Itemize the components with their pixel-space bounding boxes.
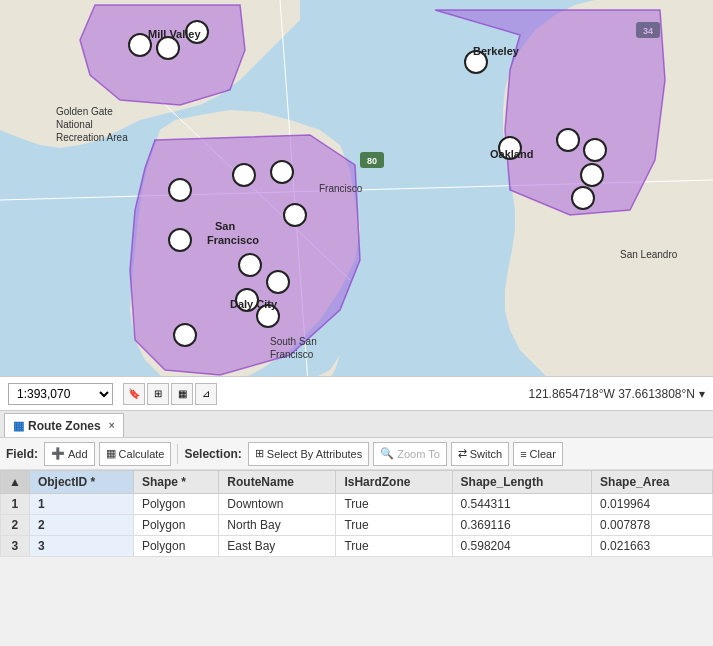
map-tools: 🔖 ⊞ ▦ ⊿ [123, 383, 217, 405]
table-header-row: ▲ ObjectID * Shape * RouteName IsHardZon… [1, 471, 713, 494]
table-body: 11PolygonDowntownTrue0.5443110.01996422P… [1, 494, 713, 557]
coordinates-dropdown-icon[interactable]: ▾ [699, 387, 705, 401]
map-view[interactable]: 80 34 Mill [0, 0, 713, 410]
row-number: 2 [1, 515, 30, 536]
svg-text:National: National [56, 119, 93, 130]
svg-point-15 [233, 164, 255, 186]
table-toolbar: Field: ➕ Add ▦ Calculate Selection: ⊞ Se… [0, 438, 713, 470]
svg-point-29 [572, 187, 594, 209]
svg-text:Golden Gate: Golden Gate [56, 106, 113, 117]
clear-button[interactable]: ≡ Clear [513, 442, 563, 466]
cell-shape: Polygon [133, 494, 218, 515]
data-table: ▲ ObjectID * Shape * RouteName IsHardZon… [0, 470, 713, 557]
clear-label: Clear [530, 448, 556, 460]
switch-label: Switch [470, 448, 502, 460]
cell-routename: North Bay [219, 515, 336, 536]
table-row[interactable]: 11PolygonDowntownTrue0.5443110.019964 [1, 494, 713, 515]
select-attr-icon: ⊞ [255, 447, 264, 460]
col-header-routename[interactable]: RouteName [219, 471, 336, 494]
svg-point-23 [174, 324, 196, 346]
add-icon: ➕ [51, 447, 65, 460]
table-row[interactable]: 33PolygonEast BayTrue0.5982040.021663 [1, 536, 713, 557]
svg-text:South San: South San [270, 336, 317, 347]
svg-point-26 [557, 129, 579, 151]
table-icon[interactable]: ▦ [171, 383, 193, 405]
calculate-button[interactable]: ▦ Calculate [99, 442, 172, 466]
coordinates-text: 121.8654718°W 37.6613808°N [529, 387, 695, 401]
spatial-bookmarks-icon[interactable]: ⊞ [147, 383, 169, 405]
svg-text:Berkeley: Berkeley [473, 45, 520, 57]
cell-shape: Polygon [133, 515, 218, 536]
svg-point-16 [271, 161, 293, 183]
cell-ishardzone: True [336, 515, 452, 536]
selection-label: Selection: [184, 447, 241, 461]
col-header-shape-length[interactable]: Shape_Length [452, 471, 592, 494]
field-label: Field: [6, 447, 38, 461]
svg-text:San: San [215, 220, 235, 232]
col-header-objectid[interactable]: ObjectID * [29, 471, 133, 494]
clear-icon: ≡ [520, 448, 526, 460]
select-by-attributes-button[interactable]: ⊞ Select By Attributes [248, 442, 369, 466]
svg-text:Francisco: Francisco [270, 349, 314, 360]
calculate-label: Calculate [119, 448, 165, 460]
tab-label: Route Zones [28, 419, 101, 433]
col-header-shape-area[interactable]: Shape_Area [592, 471, 713, 494]
route-zones-tab[interactable]: ▦ Route Zones × [4, 413, 124, 437]
svg-point-19 [239, 254, 261, 276]
add-button[interactable]: ➕ Add [44, 442, 95, 466]
cell-routename: East Bay [219, 536, 336, 557]
zoom-icon: 🔍 [380, 447, 394, 460]
sort-icon: ▲ [9, 475, 21, 489]
switch-icon: ⇄ [458, 447, 467, 460]
svg-point-12 [157, 37, 179, 59]
svg-text:80: 80 [367, 156, 377, 166]
coordinates-display: 121.8654718°W 37.6613808°N ▾ [529, 387, 705, 401]
cell-ishardzone: True [336, 536, 452, 557]
cell-shape_area: 0.021663 [592, 536, 713, 557]
table-tab-icon: ▦ [13, 419, 24, 433]
svg-point-20 [267, 271, 289, 293]
svg-text:Mill Valley: Mill Valley [148, 28, 201, 40]
select-by-attr-label: Select By Attributes [267, 448, 362, 460]
toolbar-separator-1 [177, 444, 178, 464]
svg-point-28 [581, 164, 603, 186]
svg-text:Francisco: Francisco [207, 234, 259, 246]
col-header-ishardzone[interactable]: IsHardZone [336, 471, 452, 494]
svg-point-18 [169, 229, 191, 251]
cell-objectid: 2 [29, 515, 133, 536]
cell-objectid: 3 [29, 536, 133, 557]
cell-shape_area: 0.019964 [592, 494, 713, 515]
row-number: 1 [1, 494, 30, 515]
cell-shape_length: 0.598204 [452, 536, 592, 557]
add-label: Add [68, 448, 88, 460]
table-row[interactable]: 22PolygonNorth BayTrue0.3691160.007878 [1, 515, 713, 536]
svg-text:Daly City: Daly City [230, 298, 278, 310]
map-toolbar: 1:393,070 🔖 ⊞ ▦ ⊿ 121.8654718°W 37.66138… [0, 376, 713, 410]
svg-text:Oakland: Oakland [490, 148, 533, 160]
col-header-shape[interactable]: Shape * [133, 471, 218, 494]
cell-routename: Downtown [219, 494, 336, 515]
tab-bar: ▦ Route Zones × [0, 410, 713, 438]
attribute-table: ▦ Route Zones × Field: ➕ Add ▦ Calculate… [0, 410, 713, 557]
cell-ishardzone: True [336, 494, 452, 515]
cell-shape_length: 0.544311 [452, 494, 592, 515]
zoom-to-label: Zoom To [397, 448, 440, 460]
cell-objectid: 1 [29, 494, 133, 515]
cell-shape_area: 0.007878 [592, 515, 713, 536]
cell-shape: Polygon [133, 536, 218, 557]
svg-point-14 [169, 179, 191, 201]
svg-text:Recreation Area: Recreation Area [56, 132, 128, 143]
svg-point-27 [584, 139, 606, 161]
row-number: 3 [1, 536, 30, 557]
scale-selector[interactable]: 1:393,070 [8, 383, 113, 405]
calculate-icon: ▦ [106, 447, 116, 460]
switch-button[interactable]: ⇄ Switch [451, 442, 509, 466]
zoom-to-button[interactable]: 🔍 Zoom To [373, 442, 447, 466]
col-header-row: ▲ [1, 471, 30, 494]
svg-text:Francisco: Francisco [319, 183, 363, 194]
svg-point-17 [284, 204, 306, 226]
bookmark-icon[interactable]: 🔖 [123, 383, 145, 405]
tab-close-button[interactable]: × [109, 420, 115, 431]
select-icon[interactable]: ⊿ [195, 383, 217, 405]
cell-shape_length: 0.369116 [452, 515, 592, 536]
